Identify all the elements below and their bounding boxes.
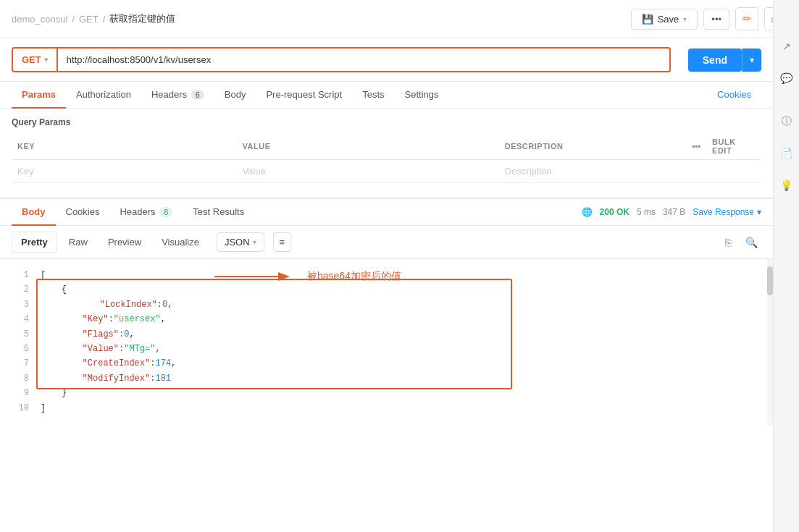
format-selector[interactable]: JSON ▾ bbox=[217, 232, 264, 252]
bracket-open-array: [ bbox=[41, 268, 46, 282]
wrap-button[interactable]: ≡ bbox=[273, 232, 292, 252]
globe-icon: 🌐 bbox=[582, 207, 593, 217]
breadcrumb: demo_consul / GET / 获取指定键的值 bbox=[12, 12, 175, 25]
tab-pre-request[interactable]: Pre-request Script bbox=[256, 82, 352, 109]
val-lockindex: 0 bbox=[162, 297, 167, 312]
response-size: 347 B bbox=[663, 207, 685, 217]
save-response-arrow: ▾ bbox=[757, 207, 761, 217]
tab-headers[interactable]: Headers 6 bbox=[141, 82, 214, 109]
tab-tests[interactable]: Tests bbox=[352, 82, 394, 109]
col-value-header: VALUE bbox=[237, 133, 499, 160]
breadcrumb-part1: demo_consul bbox=[12, 14, 67, 25]
annotation-arrow-svg bbox=[214, 269, 301, 284]
line-num-4: 4 bbox=[12, 312, 29, 326]
sidebar-info-icon[interactable]: ⓘ bbox=[777, 111, 797, 132]
search-button[interactable]: 🔍 bbox=[741, 232, 761, 253]
url-input[interactable] bbox=[58, 47, 671, 72]
sidebar-send-icon[interactable]: ↗ bbox=[777, 36, 797, 56]
key-flags: "Flags" bbox=[41, 327, 119, 342]
line-num-9: 9 bbox=[12, 386, 29, 400]
val-key: "usersex" bbox=[114, 312, 161, 326]
response-tab-cookies[interactable]: Cookies bbox=[56, 199, 110, 226]
query-params-title: Query Params bbox=[12, 117, 761, 127]
sidebar-comment-icon[interactable]: 💬 bbox=[777, 68, 797, 88]
col-desc-header: DESCRIPTION bbox=[499, 133, 687, 160]
response-headers-badge: 8 bbox=[159, 207, 172, 217]
bracket-close-array: ] bbox=[41, 401, 46, 415]
val-flags: 0 bbox=[124, 327, 129, 342]
main-content: GET ▾ Send ▾ Params Authorization Header… bbox=[0, 38, 773, 426]
breadcrumb-sep2: / bbox=[103, 14, 106, 25]
response-tab-body[interactable]: Body bbox=[12, 199, 56, 226]
right-sidebar: ↗ 💬 ⓘ 📄 💡 bbox=[773, 0, 799, 426]
response-status-bar: 🌐 200 OK 5 ms 347 B Save Response ▾ bbox=[582, 207, 761, 217]
arrow-annotation: 被base64加密后的值 bbox=[214, 268, 401, 285]
col-more-header: ••• bbox=[687, 133, 707, 160]
col-bulk-header[interactable]: Bulk Edit bbox=[706, 133, 761, 160]
bracket-open-obj: { bbox=[41, 282, 67, 297]
desc-placeholder[interactable]: Description bbox=[505, 166, 552, 177]
format-visualize-button[interactable]: Visualize bbox=[153, 232, 208, 252]
save-response-button[interactable]: Save Response ▾ bbox=[693, 207, 761, 217]
key-placeholder[interactable]: Key bbox=[17, 166, 33, 177]
val-createindex: 174 bbox=[155, 356, 171, 371]
format-preview-button[interactable]: Preview bbox=[99, 232, 150, 252]
json-line-9: 9 } bbox=[12, 386, 761, 400]
status-ok: 200 OK bbox=[600, 207, 629, 217]
format-dropdown-icon: ▾ bbox=[253, 238, 256, 246]
send-dropdown-button[interactable]: ▾ bbox=[742, 48, 761, 72]
send-right-icon: ↗ bbox=[782, 41, 791, 52]
edit-button[interactable]: ✏ bbox=[735, 7, 758, 30]
line-num-6: 6 bbox=[12, 342, 29, 356]
query-params-section: Query Params KEY VALUE DESCRIPTION ••• B… bbox=[0, 109, 773, 192]
url-bar: GET ▾ Send ▾ bbox=[0, 38, 773, 82]
line-num-8: 8 bbox=[12, 371, 29, 386]
copy-icon: ⎘ bbox=[725, 237, 731, 248]
tab-params[interactable]: Params bbox=[12, 82, 66, 109]
request-tabs: Params Authorization Headers 6 Body Pre-… bbox=[0, 82, 773, 109]
key-createindex: "CreateIndex" bbox=[41, 356, 150, 371]
sidebar-lightbulb-icon[interactable]: 💡 bbox=[777, 175, 797, 195]
search-icon: 🔍 bbox=[745, 237, 758, 248]
breadcrumb-part3: 获取指定键的值 bbox=[109, 12, 175, 25]
json-line-7: 7 "CreateIndex" : 174 , bbox=[12, 356, 761, 371]
json-line-5: 5 "Flags" : 0 , bbox=[12, 327, 761, 342]
more-button[interactable]: ••• bbox=[703, 9, 729, 30]
save-dropdown-icon: ▾ bbox=[683, 15, 687, 23]
tab-authorization[interactable]: Authorization bbox=[66, 82, 141, 109]
response-tab-test-results[interactable]: Test Results bbox=[183, 199, 254, 226]
response-toolbar: Pretty Raw Preview Visualize JSON ▾ ≡ ⎘ … bbox=[0, 226, 773, 259]
json-line-3: 3 "LockIndex" : 0 , bbox=[12, 297, 761, 312]
method-label: GET bbox=[22, 54, 41, 65]
col-key-header: KEY bbox=[12, 133, 237, 160]
tab-settings[interactable]: Settings bbox=[395, 82, 449, 109]
copy-button[interactable]: ⎘ bbox=[718, 232, 738, 253]
value-placeholder[interactable]: Value bbox=[243, 166, 266, 177]
json-line-4: 4 "Key" : "usersex" , bbox=[12, 312, 761, 326]
response-section: Body Cookies Headers 8 Test Results 🌐 20… bbox=[0, 198, 773, 426]
line-num-7: 7 bbox=[12, 356, 29, 371]
key-lockindex: "LockIndex" bbox=[58, 297, 157, 312]
send-button[interactable]: Send bbox=[688, 48, 742, 72]
save-button[interactable]: 💾 Save ▾ bbox=[631, 9, 698, 30]
line-num-1: 1 bbox=[12, 268, 29, 282]
scrollbar-thumb[interactable] bbox=[767, 266, 773, 295]
response-tab-headers[interactable]: Headers 8 bbox=[109, 199, 183, 226]
tab-body[interactable]: Body bbox=[214, 82, 256, 109]
scrollbar-track[interactable] bbox=[767, 259, 773, 426]
val-value: "MTg=" bbox=[124, 342, 155, 356]
save-label: Save bbox=[658, 14, 679, 25]
json-line-8: 8 "ModifyIndex" : 181 bbox=[12, 371, 761, 386]
breadcrumb-sep1: / bbox=[72, 14, 75, 25]
key-value: "Value" bbox=[41, 342, 119, 356]
format-raw-button[interactable]: Raw bbox=[60, 232, 96, 252]
sidebar-docs-icon[interactable]: 📄 bbox=[777, 143, 797, 164]
line-num-2: 2 bbox=[12, 282, 29, 297]
params-table: KEY VALUE DESCRIPTION ••• Bulk Edit Key … bbox=[12, 133, 761, 183]
method-selector[interactable]: GET ▾ bbox=[12, 47, 58, 72]
tab-cookies[interactable]: Cookies bbox=[707, 82, 761, 109]
top-bar: demo_consul / GET / 获取指定键的值 💾 Save ▾ •••… bbox=[0, 0, 799, 38]
annotation-text: 被base64加密后的值 bbox=[307, 268, 401, 285]
params-row-empty: Key Value Description bbox=[12, 160, 761, 183]
format-pretty-button[interactable]: Pretty bbox=[12, 232, 57, 253]
